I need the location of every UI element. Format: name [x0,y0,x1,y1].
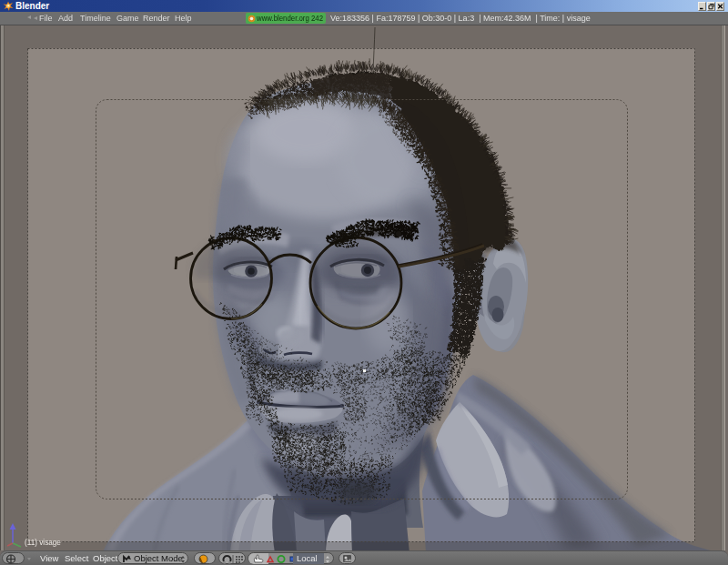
svg-text:(11) visage: (11) visage [25,539,61,547]
